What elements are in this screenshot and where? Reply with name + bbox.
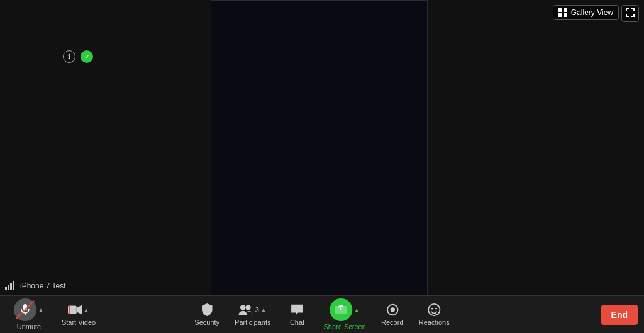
screen-share-icon <box>335 305 347 315</box>
gallery-view-label: Gallery View <box>571 8 613 17</box>
start-video-label: Start Video <box>62 319 96 326</box>
security-icon-area <box>200 303 214 317</box>
mute-circle <box>14 298 36 321</box>
participants-count: 3 <box>255 306 259 314</box>
fullscreen-button[interactable] <box>621 5 639 22</box>
reactions-icon-area <box>427 303 441 317</box>
fullscreen-icon <box>626 8 635 17</box>
right-panel <box>428 0 644 302</box>
grid-icon <box>558 8 567 17</box>
info-icons-area: ℹ ✓ <box>63 50 93 63</box>
shield-icon <box>200 303 214 317</box>
security-check-icon[interactable]: ✓ <box>80 50 93 63</box>
status-text: iPhone 7 Test <box>20 281 66 290</box>
video-camera-icon <box>68 303 82 317</box>
svg-point-19 <box>431 308 433 310</box>
svg-marker-11 <box>77 305 82 315</box>
info-icon-label: ℹ <box>68 53 70 61</box>
unmute-icon-area: ▲ <box>14 298 44 321</box>
participants-icon-area: 3 ▲ <box>239 303 267 317</box>
participants-label: Participants <box>235 319 270 326</box>
svg-rect-0 <box>558 8 562 12</box>
mute-line <box>16 300 35 319</box>
security-button[interactable]: Security <box>187 300 227 329</box>
chat-icon <box>291 303 304 317</box>
unmute-label: Unmute <box>17 323 42 330</box>
unmute-chevron[interactable]: ▲ <box>38 307 44 314</box>
chat-label: Chat <box>290 319 304 326</box>
signal-bars-icon <box>5 281 16 290</box>
left-panel <box>0 0 211 302</box>
record-icon <box>386 303 399 317</box>
toolbar-left: ▲ Unmute ▲ Start Video <box>6 296 103 333</box>
toolbar-right: End <box>601 305 638 325</box>
reactions-icon <box>427 303 441 317</box>
svg-point-13 <box>240 305 245 310</box>
gallery-view-button[interactable]: Gallery View <box>553 5 619 20</box>
share-screen-chevron[interactable]: ▲ <box>353 307 360 314</box>
svg-rect-4 <box>5 287 7 290</box>
record-label: Record <box>381 319 403 326</box>
svg-rect-6 <box>10 283 12 290</box>
status-bar: iPhone 7 Test <box>0 278 211 294</box>
record-button[interactable]: Record <box>374 300 411 329</box>
chat-icon-area <box>291 303 304 317</box>
svg-rect-2 <box>558 13 562 17</box>
unmute-button[interactable]: ▲ Unmute <box>6 296 52 333</box>
share-screen-icon-area: ▲ <box>330 298 360 321</box>
participants-icon <box>239 303 253 317</box>
svg-rect-7 <box>13 281 14 290</box>
start-video-button[interactable]: ▲ Start Video <box>54 300 103 329</box>
svg-rect-5 <box>8 285 9 290</box>
main-video-area <box>211 0 428 302</box>
record-icon-area <box>386 303 399 317</box>
chat-button[interactable]: Chat <box>279 300 316 329</box>
share-screen-circle <box>330 298 352 321</box>
security-label: Security <box>194 319 219 326</box>
svg-point-17 <box>390 307 394 312</box>
info-icon[interactable]: ℹ <box>63 50 75 63</box>
svg-point-20 <box>435 308 437 310</box>
reactions-button[interactable]: Reactions <box>411 300 457 329</box>
participants-chevron[interactable]: ▲ <box>260 307 267 314</box>
video-chevron[interactable]: ▲ <box>83 307 89 314</box>
signal-icon <box>5 281 16 292</box>
start-video-icon-area: ▲ <box>68 303 89 317</box>
shield-check-label: ✓ <box>84 53 90 61</box>
reactions-label: Reactions <box>419 319 450 326</box>
svg-point-14 <box>246 305 251 310</box>
end-button[interactable]: End <box>601 305 638 325</box>
participants-button[interactable]: 3 ▲ Participants <box>227 300 278 329</box>
share-screen-button[interactable]: ▲ Share Screen <box>316 296 374 333</box>
svg-rect-3 <box>564 13 567 17</box>
svg-rect-1 <box>564 8 567 12</box>
toolbar-center: Security 3 ▲ Participants <box>187 296 457 333</box>
toolbar: ▲ Unmute ▲ Start Video <box>0 295 644 333</box>
share-screen-label: Share Screen <box>324 323 366 330</box>
